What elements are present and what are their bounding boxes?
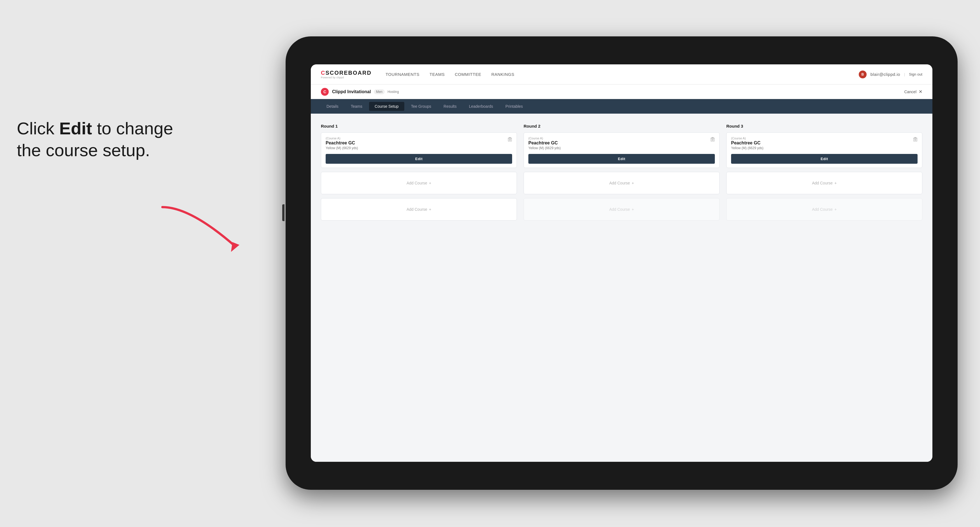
round-1-course-label: (Course A)	[326, 137, 512, 140]
svg-rect-12	[712, 137, 713, 138]
tab-course-setup[interactable]: Course Setup	[369, 102, 404, 111]
plus-icon-2: +	[429, 207, 431, 211]
user-avatar: B	[859, 70, 867, 78]
round-3-delete-icon[interactable]	[912, 136, 919, 143]
round-2-edit-button[interactable]: Edit	[528, 154, 715, 164]
tab-details[interactable]: Details	[321, 102, 344, 111]
round-2-course-card: (Course A) Peachtree GC Yellow (M) (6629…	[523, 132, 720, 168]
svg-rect-14	[915, 139, 915, 141]
tab-printables[interactable]: Printables	[500, 102, 528, 111]
tab-bar: Details Teams Course Setup Tee Groups Re…	[311, 99, 932, 114]
plus-icon-1: +	[429, 181, 431, 185]
svg-rect-15	[915, 139, 915, 141]
user-email: blair@clippd.io	[870, 72, 900, 77]
svg-rect-2	[509, 139, 509, 141]
tournament-icon: C	[321, 88, 329, 96]
round-3-course-label: (Course A)	[731, 137, 918, 140]
svg-rect-9	[712, 139, 713, 141]
round-1-column: Round 1 (Course A) Peachtree GC Yellow (…	[321, 124, 517, 224]
tab-tee-groups[interactable]: Tee Groups	[406, 102, 437, 111]
pipe-divider: |	[904, 72, 905, 76]
sign-out-link[interactable]: Sign out	[909, 72, 922, 76]
round-1-course-name: Peachtree GC	[326, 141, 512, 146]
tab-results[interactable]: Results	[438, 102, 462, 111]
round-2-add-course-text-2: Add Course +	[609, 207, 634, 211]
logo-area: C SCOREBOARD Powered by clippd	[321, 70, 372, 79]
svg-marker-0	[231, 242, 239, 252]
arrow-annotation	[157, 202, 274, 263]
tournament-title: Clippd Invitational	[332, 89, 371, 94]
round-3-course-details: Yellow (M) (6629 yds)	[731, 146, 918, 150]
top-nav: C SCOREBOARD Powered by clippd TOURNAMEN…	[311, 64, 932, 84]
round-1-header: Round 1	[321, 124, 517, 129]
plus-icon-5: +	[834, 181, 837, 185]
round-1-course-card: (Course A) Peachtree GC Yellow (M) (6629…	[321, 132, 517, 168]
logo-subtitle: Powered by clippd	[321, 76, 372, 79]
tab-teams[interactable]: Teams	[345, 102, 368, 111]
round-3-course-card: (Course A) Peachtree GC Yellow (M) (6629…	[726, 132, 922, 168]
round-2-delete-icon[interactable]	[709, 136, 716, 143]
round-2-course-details: Yellow (M) (6629 yds)	[528, 146, 715, 150]
plus-icon-3: +	[632, 181, 634, 185]
nav-committee[interactable]: COMMITTEE	[455, 72, 481, 77]
gender-badge: Men	[374, 89, 385, 94]
rounds-container: Round 1 (Course A) Peachtree GC Yellow (…	[321, 124, 922, 224]
round-2-add-course-2: Add Course +	[523, 198, 720, 221]
hosting-badge: Hosting	[388, 90, 399, 94]
nav-right: B blair@clippd.io | Sign out	[859, 70, 922, 78]
round-2-course-name: Peachtree GC	[528, 141, 715, 146]
logo-text: SCOREBOARD	[325, 70, 371, 76]
round-2-header: Round 2	[523, 124, 720, 129]
round-1-delete-icon[interactable]	[506, 136, 513, 143]
tablet-side-button	[282, 204, 285, 221]
plus-icon-4: +	[632, 207, 634, 211]
round-3-add-course-2: Add Course +	[726, 198, 922, 221]
round-2-add-course-text-1: Add Course +	[609, 181, 634, 185]
round-3-header: Round 3	[726, 124, 922, 129]
tab-leaderboards[interactable]: Leaderboards	[463, 102, 499, 111]
round-3-add-course-text-2: Add Course +	[812, 207, 837, 211]
round-3-add-course-text-1: Add Course +	[812, 181, 837, 185]
round-3-course-name: Peachtree GC	[731, 141, 918, 146]
round-3-edit-button[interactable]: Edit	[731, 154, 918, 164]
round-2-column: Round 2 (Course A) Peachtree GC Yellow (…	[523, 124, 720, 224]
svg-rect-6	[509, 137, 511, 138]
round-1-add-course-text-2: Add Course +	[407, 207, 431, 211]
close-icon[interactable]: ✕	[919, 89, 922, 94]
logo-c-letter: C	[321, 70, 325, 76]
svg-rect-16	[916, 139, 916, 141]
svg-rect-8	[712, 139, 712, 141]
sub-header-right: Cancel ✕	[904, 89, 922, 94]
round-2-course-label: (Course A)	[528, 137, 715, 140]
nav-links: TOURNAMENTS TEAMS COMMITTEE RANKINGS	[385, 72, 859, 77]
round-1-course-details: Yellow (M) (6629 yds)	[326, 146, 512, 150]
round-1-add-course-2[interactable]: Add Course +	[321, 198, 517, 221]
round-1-add-course-text-1: Add Course +	[407, 181, 431, 185]
nav-rankings[interactable]: RANKINGS	[492, 72, 514, 77]
tablet-screen: C SCOREBOARD Powered by clippd TOURNAMEN…	[311, 64, 932, 462]
sub-header: C Clippd Invitational Men Hosting Cancel…	[311, 84, 932, 99]
svg-rect-18	[915, 137, 916, 138]
nav-teams[interactable]: TEAMS	[430, 72, 445, 77]
cancel-button[interactable]: Cancel	[904, 90, 916, 94]
round-1-add-course-1[interactable]: Add Course +	[321, 172, 517, 194]
round-1-edit-button[interactable]: Edit	[326, 154, 512, 164]
tablet-frame: C SCOREBOARD Powered by clippd TOURNAMEN…	[286, 37, 958, 490]
instruction-text: Click Edit to change the course setup.	[17, 117, 190, 161]
round-3-column: Round 3 (Course A) Peachtree GC Yellow (…	[726, 124, 922, 224]
main-content: Round 1 (Course A) Peachtree GC Yellow (…	[311, 114, 932, 462]
nav-tournaments[interactable]: TOURNAMENTS	[385, 72, 420, 77]
round-3-add-course-1[interactable]: Add Course +	[726, 172, 922, 194]
plus-icon-6: +	[834, 207, 837, 211]
round-2-add-course-1[interactable]: Add Course +	[523, 172, 720, 194]
